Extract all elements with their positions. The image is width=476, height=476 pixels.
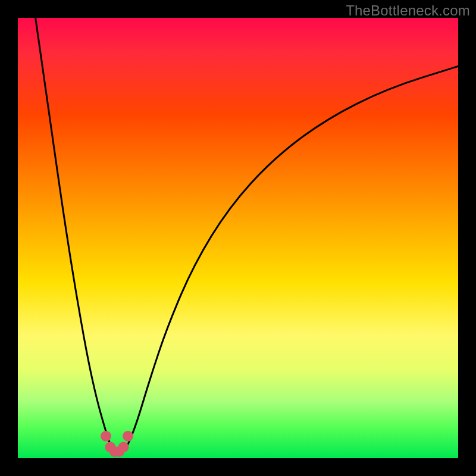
- highlight-dot: [118, 442, 129, 453]
- chart-frame: TheBottleneck.com: [0, 0, 476, 476]
- curve-svg: [18, 18, 458, 458]
- highlight-dot: [123, 431, 133, 441]
- plot-area: [18, 18, 458, 458]
- highlight-dot: [101, 431, 111, 441]
- bottleneck-curve: [36, 18, 458, 453]
- watermark-text: TheBottleneck.com: [346, 2, 470, 19]
